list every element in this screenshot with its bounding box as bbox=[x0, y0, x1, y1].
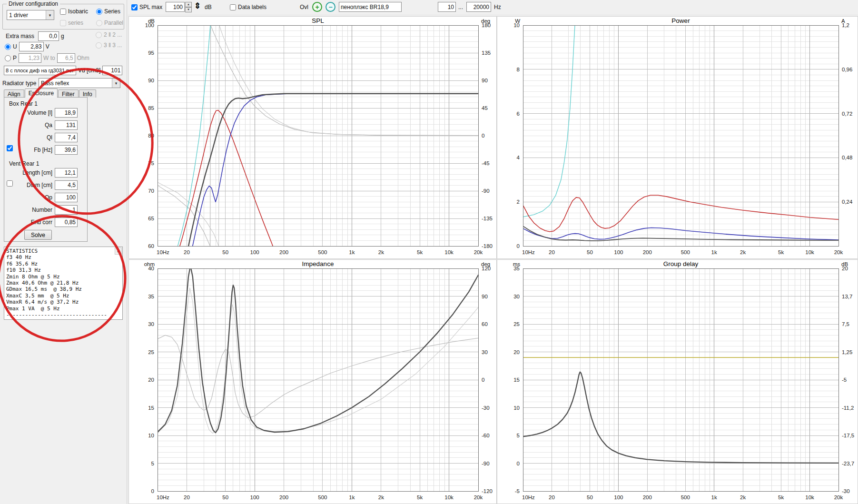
freq-range-dots: ... bbox=[458, 4, 463, 10]
driver-name-input[interactable] bbox=[4, 66, 76, 75]
chevron-down-icon: ▾ bbox=[112, 79, 120, 88]
vd-input[interactable] bbox=[102, 66, 122, 75]
svg-text:2k: 2k bbox=[378, 494, 384, 500]
svg-text:20k: 20k bbox=[474, 494, 483, 500]
autoscale-icon[interactable]: ⇕ bbox=[194, 1, 201, 11]
group-delay-curve bbox=[523, 372, 838, 463]
svg-text:50: 50 bbox=[222, 249, 228, 255]
toolbar: SPL max ▲▼ ⇕ dB Data labels Ovl + − ... … bbox=[128, 0, 858, 14]
qa-input[interactable] bbox=[55, 120, 78, 130]
ovl-label: Ovl bbox=[300, 4, 308, 10]
series-checkbox-input bbox=[60, 20, 66, 26]
power-radio-input[interactable] bbox=[5, 55, 11, 61]
volume-input[interactable] bbox=[55, 108, 78, 118]
svg-text:-90: -90 bbox=[482, 188, 490, 194]
spinner-down-icon[interactable]: ▼ bbox=[185, 7, 192, 12]
spl-max-checkbox-input[interactable] bbox=[131, 4, 138, 10]
svg-text:0,72: 0,72 bbox=[842, 111, 852, 117]
svg-text:0: 0 bbox=[482, 133, 484, 138]
ovl-name-input[interactable] bbox=[339, 2, 402, 12]
ovl-remove-button[interactable]: − bbox=[325, 2, 335, 12]
end-corr-input[interactable] bbox=[55, 217, 78, 227]
freq-to-input[interactable] bbox=[466, 2, 491, 12]
spl-max-input[interactable] bbox=[166, 2, 185, 12]
data-labels-checkbox[interactable]: Data labels bbox=[230, 4, 266, 10]
svg-text:75: 75 bbox=[148, 160, 154, 166]
power-input[interactable] bbox=[19, 53, 41, 63]
svg-text:-23,7: -23,7 bbox=[842, 461, 854, 466]
power-impedance-input[interactable] bbox=[57, 53, 75, 63]
svg-text:25: 25 bbox=[148, 349, 154, 355]
isobaric-checkbox[interactable]: Isobaric bbox=[60, 8, 88, 15]
voltage-row: U V bbox=[5, 42, 49, 51]
apparent-power-curve bbox=[523, 195, 838, 232]
svg-text:70: 70 bbox=[148, 188, 154, 194]
series-checkbox[interactable]: series bbox=[60, 20, 83, 26]
end-corr-row: End corr bbox=[5, 217, 78, 227]
radiator-type-select[interactable]: Bass reflex ▾ bbox=[39, 78, 120, 88]
svg-text:0: 0 bbox=[482, 377, 484, 383]
svg-text:5: 5 bbox=[517, 433, 520, 438]
driver-name-row: Vd [cm3] bbox=[4, 66, 122, 75]
ovl-add-button[interactable]: + bbox=[312, 2, 322, 12]
tab-filter[interactable]: Filter bbox=[58, 89, 79, 98]
svg-text:20: 20 bbox=[842, 266, 848, 271]
voltage-radio-input[interactable] bbox=[5, 44, 11, 50]
scroll-up-icon[interactable]: ▲ bbox=[115, 247, 122, 255]
spl-max-checkbox[interactable]: SPL max bbox=[131, 4, 162, 10]
impedance-chart: Impedanceohmdeg4035302520151050120906030… bbox=[128, 259, 497, 504]
svg-text:85: 85 bbox=[148, 105, 154, 111]
driver-count-select[interactable]: 1 driver ▾ bbox=[7, 10, 54, 20]
solve-button[interactable]: Solve bbox=[24, 230, 52, 240]
vd-label: Vd [cm3] bbox=[78, 67, 100, 74]
total-spl-curve bbox=[187, 94, 479, 255]
svg-text:120: 120 bbox=[482, 266, 491, 271]
tab-enclosure[interactable]: Enclosure bbox=[25, 89, 58, 98]
power-chart: PowerWA10864201,20,960,720,480,2410Hz205… bbox=[497, 16, 858, 259]
driver-spl-curve bbox=[191, 94, 478, 255]
svg-text:1,2: 1,2 bbox=[842, 22, 849, 28]
svg-text:-5: -5 bbox=[515, 488, 520, 494]
svg-text:2k: 2k bbox=[740, 249, 746, 255]
fb-input[interactable] bbox=[55, 145, 78, 155]
svg-text:10Hz: 10Hz bbox=[157, 494, 169, 500]
svg-text:20: 20 bbox=[148, 377, 154, 383]
svg-text:-11,2: -11,2 bbox=[842, 405, 854, 411]
extra-mass-input[interactable] bbox=[38, 31, 59, 41]
svg-text:500: 500 bbox=[318, 249, 327, 255]
svg-text:1k: 1k bbox=[711, 249, 717, 255]
config-2x2-radio[interactable]: 2 ‖ 2 ... bbox=[96, 31, 122, 38]
svg-text:20k: 20k bbox=[834, 249, 843, 255]
data-labels-checkbox-input[interactable] bbox=[230, 4, 236, 10]
config-3x3-radio[interactable]: 3 ‖ 3 ... bbox=[96, 42, 122, 49]
impedance-svg: Impedanceohmdeg4035302520151050120906030… bbox=[129, 260, 496, 504]
vent-diam-input[interactable] bbox=[55, 180, 78, 190]
power-radio[interactable]: P bbox=[5, 55, 17, 61]
voltage-input[interactable] bbox=[19, 42, 44, 51]
vent-length-input[interactable] bbox=[55, 168, 78, 178]
fb-row: Fb [Hz] bbox=[5, 145, 78, 155]
vent-number-input[interactable] bbox=[55, 205, 78, 215]
svg-text:10k: 10k bbox=[805, 249, 814, 255]
volume-row: Volume [l] bbox=[5, 108, 78, 118]
spinner-up-icon[interactable]: ▲ bbox=[185, 2, 192, 7]
ql-input[interactable] bbox=[55, 133, 78, 142]
tab-align[interactable]: Align bbox=[4, 89, 24, 98]
svg-text:200: 200 bbox=[643, 249, 652, 255]
svg-text:30: 30 bbox=[482, 349, 488, 355]
svg-text:10: 10 bbox=[513, 405, 520, 411]
spl-max-spinner[interactable]: ▲▼ bbox=[185, 2, 192, 12]
series-radio-input[interactable] bbox=[96, 9, 102, 15]
qp-input[interactable] bbox=[55, 193, 78, 202]
svg-text:15: 15 bbox=[513, 377, 520, 383]
svg-text:100: 100 bbox=[614, 494, 623, 500]
freq-from-input[interactable] bbox=[438, 2, 456, 12]
tab-info[interactable]: Info bbox=[79, 89, 96, 98]
svg-text:20: 20 bbox=[549, 494, 555, 500]
parallel-radio[interactable]: Parallel bbox=[96, 20, 123, 26]
voltage-radio[interactable]: U bbox=[5, 43, 17, 50]
ql-label: Ql bbox=[5, 134, 52, 141]
vent-number-row: Number bbox=[5, 205, 78, 215]
series-radio[interactable]: Series bbox=[96, 8, 120, 15]
isobaric-checkbox-input[interactable] bbox=[60, 9, 66, 15]
